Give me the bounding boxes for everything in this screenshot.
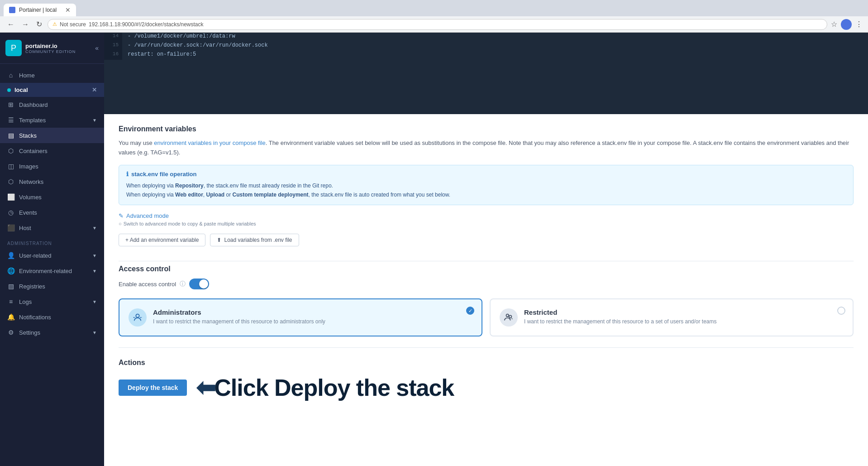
access-cards: Administrators I want to restrict the ma…	[119, 298, 854, 336]
administration-section-label: Administration	[0, 235, 104, 248]
info-box-title: ℹ stack.env file operation	[126, 171, 846, 178]
section-divider-1	[119, 261, 854, 261]
sidebar-item-environment-related[interactable]: 🌐 Environment-related ▼	[0, 263, 104, 279]
line-content-16: restart: on-failure:5	[122, 51, 868, 60]
sidebar-item-settings-label: Settings	[19, 329, 40, 336]
menu-icon[interactable]: ⋮	[855, 20, 863, 29]
reload-button[interactable]: ↻	[34, 19, 44, 29]
sidebar-item-notifications[interactable]: 🔔 Notifications	[0, 309, 104, 325]
containers-icon: ⬡	[7, 147, 14, 154]
administrators-radio[interactable]	[466, 307, 474, 315]
sidebar-item-logs[interactable]: ≡ Logs ▼	[0, 294, 104, 309]
sidebar-item-user-related[interactable]: 👤 User-related ▼	[0, 248, 104, 263]
administrators-card[interactable]: Administrators I want to restrict the ma…	[119, 298, 482, 336]
sidebar-item-registries-label: Registries	[19, 283, 45, 290]
edit-icon: ✎	[119, 212, 124, 219]
sidebar-collapse-button[interactable]: «	[95, 44, 99, 52]
sidebar-item-images[interactable]: ◫ Images	[0, 159, 104, 174]
deploy-area: Deploy the stack ⬅ Click Deploy the stac…	[119, 374, 854, 401]
sidebar-item-networks[interactable]: ⬡ Networks	[0, 174, 104, 189]
browser-tab[interactable]: Portainer | local ✕	[4, 4, 76, 16]
info-line-2: When deploying via Web editor, Upload or…	[126, 190, 846, 199]
administrators-card-desc: I want to restrict the management of thi…	[153, 318, 325, 326]
svg-point-3	[506, 314, 509, 317]
info-circle-icon: ℹ	[126, 171, 129, 178]
volumes-icon: ⬜	[7, 193, 14, 201]
user-related-chevron-icon: ▼	[92, 253, 97, 258]
line-num-16: 16	[104, 51, 122, 60]
sidebar-item-host[interactable]: ⬛ Host ▼	[0, 220, 104, 235]
load-env-file-button[interactable]: ⬆ Load variables from .env file	[210, 234, 299, 246]
sidebar-item-stacks[interactable]: ▤ Stacks	[0, 128, 104, 143]
browser-chrome: Portainer | local ✕ ← → ↻ ⚠ Not secure 1…	[0, 0, 868, 33]
stacks-icon: ▤	[7, 132, 14, 139]
info-l2-suffix: , the stack.env file is auto created fro…	[309, 192, 451, 198]
sidebar-nav: ⌂ Home local ✕ ⊞ Dashboard ☰ Templates ▼…	[0, 64, 104, 466]
deploy-stack-button[interactable]: Deploy the stack	[119, 380, 187, 396]
settings-icon: ⚙	[7, 329, 14, 336]
info-l2-sep2: or	[224, 192, 232, 198]
access-control-toggle[interactable]	[189, 279, 209, 289]
click-annotation-text: Click Deploy the stack	[214, 374, 454, 401]
sidebar-env-header: local ✕	[0, 83, 104, 97]
add-env-variable-button[interactable]: + Add an environment variable	[119, 234, 205, 246]
info-l1-prefix: When deploying via	[126, 183, 175, 189]
code-line-14: 14 - /volume1/docker/umbrel:/data:rw	[104, 33, 868, 42]
main-content: 14 - /volume1/docker/umbrel:/data:rw 15 …	[104, 33, 868, 466]
sidebar-item-dashboard[interactable]: ⊞ Dashboard	[0, 97, 104, 112]
sidebar-item-volumes[interactable]: ⬜ Volumes	[0, 189, 104, 205]
env-desc-link[interactable]: environment variables in your compose fi…	[154, 139, 265, 146]
browser-toolbar: ← → ↻ ⚠ Not secure 192.168.1.18:9000/#!/…	[0, 16, 868, 33]
svg-point-4	[509, 316, 512, 318]
forward-button[interactable]: →	[20, 19, 31, 29]
sidebar-item-home[interactable]: ⌂ Home	[0, 67, 104, 83]
env-desc-prefix: You may use	[119, 139, 154, 146]
logs-chevron-icon: ▼	[92, 299, 97, 304]
settings-chevron-icon: ▼	[92, 330, 97, 335]
sidebar-item-settings[interactable]: ⚙ Settings ▼	[0, 325, 104, 340]
sidebar-item-containers[interactable]: ⬡ Containers	[0, 143, 104, 159]
enable-access-control-row: Enable access control ⓘ	[119, 279, 854, 289]
tab-title: Portainer | local	[19, 7, 57, 13]
code-line-16: 16 restart: on-failure:5	[104, 51, 868, 60]
info-l2-bold1: Web editor	[175, 192, 203, 198]
advanced-mode-link[interactable]: Advanced mode	[126, 212, 169, 219]
svg-point-0	[136, 314, 139, 317]
sidebar-logo: P portainer.io COMMUNITY EDITION «	[0, 33, 104, 64]
profile-icon[interactable]	[841, 19, 852, 30]
actions-title: Actions	[119, 359, 854, 367]
sidebar-item-registries[interactable]: ▨ Registries	[0, 279, 104, 294]
restricted-card[interactable]: Restricted I want to restrict the manage…	[490, 298, 854, 336]
back-button[interactable]: ←	[5, 19, 16, 29]
sidebar-item-user-related-label: User-related	[19, 252, 52, 259]
sidebar-item-logs-label: Logs	[19, 298, 32, 305]
restricted-radio[interactable]	[837, 307, 845, 315]
restricted-card-title: Restricted	[524, 308, 717, 316]
sidebar-item-notifications-label: Notifications	[19, 314, 51, 321]
sidebar-item-events-label: Events	[19, 209, 37, 216]
line-num-15: 15	[104, 42, 122, 51]
line-num-14: 14	[104, 33, 122, 42]
hint-text: Switch to advanced mode to copy & paste …	[124, 221, 256, 226]
sidebar-item-events[interactable]: ◷ Events	[0, 205, 104, 220]
env-close-button[interactable]: ✕	[92, 86, 97, 93]
address-text: 192.168.1.18:9000/#!/2/docker/stacks/new…	[89, 21, 204, 28]
bookmark-icon[interactable]: ☆	[831, 20, 837, 29]
line-content-14: - /volume1/docker/umbrel:/data:rw	[122, 33, 868, 42]
section-divider-2	[119, 347, 854, 348]
app-layout: P portainer.io COMMUNITY EDITION « ⌂ Hom…	[0, 33, 868, 466]
environment-related-icon: 🌐	[7, 267, 14, 274]
click-annotation: ⬅ Click Deploy the stack	[196, 374, 454, 401]
sidebar-item-environment-related-label: Environment-related	[19, 268, 72, 274]
access-control-info-icon[interactable]: ⓘ	[180, 280, 186, 288]
advanced-mode-row: ✎ Advanced mode	[119, 212, 854, 219]
sidebar-item-stacks-label: Stacks	[19, 132, 37, 139]
info-l1-bold: Repository	[175, 183, 204, 189]
sidebar-item-templates[interactable]: ☰ Templates ▼	[0, 112, 104, 128]
dashboard-icon: ⊞	[7, 101, 14, 108]
templates-chevron-icon: ▼	[92, 118, 97, 123]
advanced-mode-hint: ○ Switch to advanced mode to copy & past…	[119, 221, 854, 226]
address-bar[interactable]: ⚠ Not secure 192.168.1.18:9000/#!/2/dock…	[48, 19, 827, 30]
sidebar: P portainer.io COMMUNITY EDITION « ⌂ Hom…	[0, 33, 104, 466]
close-tab-button[interactable]: ✕	[65, 6, 71, 14]
